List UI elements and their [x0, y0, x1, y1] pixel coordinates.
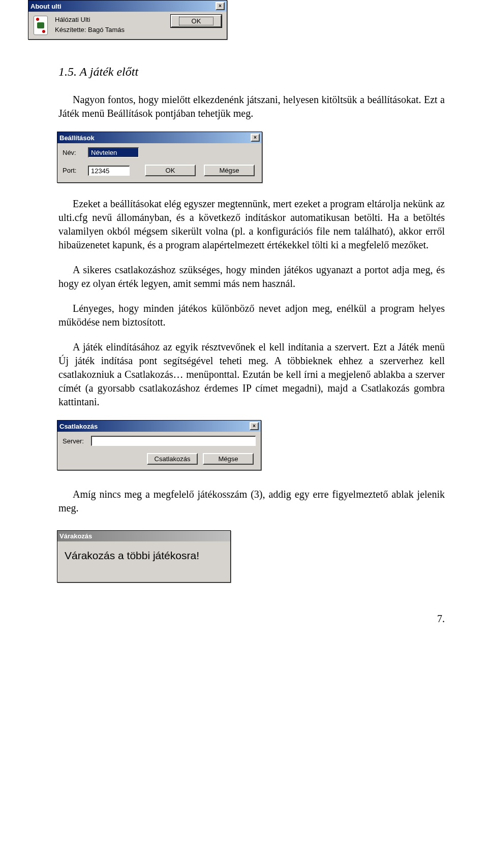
settings-title: Beállítások	[59, 134, 95, 142]
connect-title: Csatlakozás	[59, 423, 98, 430]
settings-dialog: Beállítások × Név: Névtelen Port: 12345 …	[57, 132, 262, 183]
paragraph: Nagyon fontos, hogy mielőtt elkezdenénk …	[58, 93, 445, 120]
wait-title: Várakozás	[59, 532, 92, 540]
cancel-button[interactable]: Mégse	[204, 165, 255, 176]
about-line2: Készítette: Bagó Tamás	[55, 25, 171, 35]
connect-button[interactable]: Csatlakozás	[147, 453, 198, 465]
paragraph: Lényeges, hogy minden játékos különböző …	[58, 302, 445, 329]
port-label: Port:	[63, 167, 88, 174]
about-title: About ulti	[30, 3, 62, 10]
connect-titlebar: Csatlakozás ×	[57, 421, 261, 432]
page-number: 7.	[58, 613, 445, 625]
paragraph: A sikeres csatlakozáshoz szükséges, hogy…	[58, 263, 445, 291]
port-input[interactable]: 12345	[88, 166, 130, 176]
server-input[interactable]	[91, 436, 256, 446]
cancel-button[interactable]: Mégse	[203, 453, 254, 465]
server-label: Server:	[63, 437, 91, 445]
section-heading: 1.5. A játék előtt	[58, 65, 445, 79]
name-label: Név:	[63, 149, 88, 156]
close-icon[interactable]: ×	[250, 422, 259, 430]
about-dialog: About ulti × Hálózati Ulti Készítette: B…	[28, 0, 227, 40]
name-input[interactable]: Névtelen	[88, 147, 139, 157]
wait-dialog: Várakozás Várakozás a többi játékosra!	[57, 530, 231, 583]
wait-message: Várakozás a többi játékosra!	[57, 541, 230, 582]
settings-titlebar: Beállítások ×	[57, 132, 262, 143]
close-icon[interactable]: ×	[251, 134, 260, 142]
paragraph: Ezeket a beállításokat elég egyszer megt…	[58, 197, 445, 252]
about-line1: Hálózati Ulti	[55, 15, 171, 25]
about-titlebar: About ulti ×	[28, 1, 227, 12]
app-icon	[34, 16, 48, 35]
close-icon[interactable]: ×	[216, 2, 225, 10]
connect-dialog: Csatlakozás × Server: Csatlakozás Mégse	[57, 420, 261, 470]
wait-titlebar: Várakozás	[57, 531, 230, 541]
paragraph: A játék elindításához az egyik résztvevő…	[58, 340, 445, 409]
ok-button[interactable]: OK	[171, 15, 222, 27]
paragraph: Amíg nincs meg a megfelelő játékosszám (…	[58, 488, 445, 515]
ok-button[interactable]: OK	[145, 165, 196, 176]
